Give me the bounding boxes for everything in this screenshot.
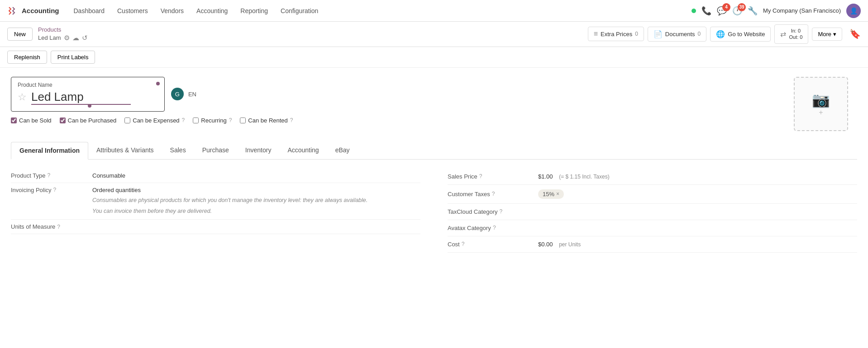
tab-accounting[interactable]: Accounting: [279, 142, 327, 159]
tab-sales[interactable]: Sales: [162, 142, 194, 159]
add-image-icon: +: [819, 108, 823, 117]
phone-icon-btn[interactable]: 📞: [701, 6, 711, 16]
can-be-expensed-help-icon[interactable]: ?: [182, 117, 185, 123]
out-label: Out: 0: [789, 34, 802, 40]
sales-price-amount[interactable]: $1.00: [538, 173, 553, 180]
recurring-input[interactable]: [193, 118, 199, 123]
documents-button[interactable]: 📄 Documents 0: [648, 27, 706, 42]
nav-reporting[interactable]: Reporting: [235, 5, 273, 17]
can-be-purchased-label: Can be Purchased: [68, 117, 117, 124]
tax-badge-value: 15%: [543, 191, 554, 198]
company-name: My Company (San Francisco): [763, 7, 841, 14]
main-content: Product Name ☆ G EN Can be Sold: [0, 68, 868, 348]
nav-configuration[interactable]: Configuration: [275, 5, 324, 17]
tax-remove-button[interactable]: ×: [556, 191, 559, 197]
action-bar: New Products Led Lam ⚙ ☁ ↺ ≡ Extra Price…: [0, 22, 868, 47]
chat-icon-btn[interactable]: 💬 4: [717, 6, 727, 16]
nav-accounting[interactable]: Accounting: [191, 5, 233, 17]
more-button[interactable]: More ▾: [812, 28, 842, 41]
avatax-help-icon[interactable]: ?: [493, 225, 496, 231]
tab-inventory[interactable]: Inventory: [237, 142, 280, 159]
chat-badge: 4: [722, 3, 730, 11]
breadcrumb-parent[interactable]: Products: [38, 26, 88, 33]
avatax-category-label: Avatax Category ?: [448, 225, 538, 231]
extra-prices-label: Extra Prices: [601, 31, 632, 38]
tax-badge: 15% ×: [538, 189, 564, 199]
nav-vendors[interactable]: Vendors: [155, 5, 189, 17]
right-form-section: Sales Price ? $1.00 (= $ 1.15 Incl. Taxe…: [448, 169, 857, 253]
top-nav: Accounting Dashboard Customers Vendors A…: [0, 0, 868, 22]
tab-ebay[interactable]: eBay: [327, 142, 358, 159]
can-be-expensed-input[interactable]: [124, 118, 130, 123]
can-be-sold-checkbox[interactable]: Can be Sold: [11, 117, 52, 124]
can-be-purchased-checkbox[interactable]: Can be Purchased: [60, 117, 117, 124]
favorite-star-icon[interactable]: ☆: [18, 91, 27, 103]
tab-attributes-variants[interactable]: Attributes & Variants: [88, 142, 162, 159]
can-be-sold-input[interactable]: [11, 118, 17, 123]
can-be-rented-help-icon[interactable]: ?: [290, 117, 293, 123]
settings-icon[interactable]: ⚙: [64, 34, 70, 42]
product-type-help-icon[interactable]: ?: [47, 172, 50, 179]
cost-help-icon[interactable]: ?: [462, 241, 465, 247]
nav-customers[interactable]: Customers: [112, 5, 153, 17]
cost-row: Cost ? $0.00 per Units: [448, 236, 857, 253]
product-type-row: Product Type ? Consumable: [11, 169, 420, 183]
clock-badge: 39: [738, 3, 746, 11]
product-name-inner: ☆: [18, 90, 158, 105]
can-be-expensed-checkbox[interactable]: Can be Expensed ?: [124, 117, 185, 124]
customer-taxes-help-icon[interactable]: ?: [492, 191, 495, 197]
unit-of-measure-help-icon[interactable]: ?: [57, 224, 60, 230]
left-form-section: Product Type ? Consumable Invoicing Poli…: [11, 169, 420, 253]
can-be-rented-input[interactable]: [240, 118, 246, 123]
customer-taxes-row: Customer Taxes ? 15% ×: [448, 185, 857, 204]
can-be-purchased-input[interactable]: [60, 118, 66, 123]
grammarly-button[interactable]: G: [171, 88, 184, 100]
new-button[interactable]: New: [7, 28, 33, 41]
recurring-checkbox[interactable]: Recurring ?: [193, 117, 232, 124]
tab-purchase[interactable]: Purchase: [194, 142, 237, 159]
cost-per-units: per Units: [559, 241, 581, 248]
product-name-left: Product Name ☆ G EN Can be Sold: [11, 77, 785, 133]
clock-icon-btn[interactable]: 🕐 39: [732, 6, 742, 16]
user-avatar[interactable]: 👤: [846, 4, 861, 18]
can-be-sold-label: Can be Sold: [19, 117, 52, 124]
can-be-rented-checkbox[interactable]: Can be Rented ?: [240, 117, 293, 124]
replenish-button[interactable]: Replenish: [7, 51, 47, 64]
cloud-icon[interactable]: ☁: [72, 34, 79, 42]
breadcrumb: Products Led Lam ⚙ ☁ ↺: [38, 26, 88, 42]
nav-dashboard[interactable]: Dashboard: [68, 5, 110, 17]
undo-icon[interactable]: ↺: [82, 34, 88, 42]
in-out-button[interactable]: ⇄ In: 0 Out: 0: [774, 24, 808, 44]
app-logo[interactable]: Accounting: [7, 5, 59, 16]
taxcloud-help-icon[interactable]: ?: [500, 208, 503, 215]
incl-taxes-text: (= $ 1.15 Incl. Taxes): [559, 174, 610, 180]
app-name: Accounting: [22, 7, 59, 14]
extra-prices-button[interactable]: ≡ Extra Prices 0: [588, 27, 644, 41]
recurring-help-icon[interactable]: ?: [229, 117, 232, 123]
go-to-website-button[interactable]: 🌐 Go to Website: [710, 27, 771, 42]
tab-general-information[interactable]: General Information: [11, 142, 88, 160]
sales-price-help-icon[interactable]: ?: [479, 173, 482, 179]
cost-amount[interactable]: $0.00: [538, 241, 553, 248]
invoicing-policy-row: Invoicing Policy ? Ordered quantities Co…: [11, 183, 420, 220]
print-labels-button[interactable]: Print Labels: [51, 51, 95, 64]
product-name-input[interactable]: [31, 90, 131, 105]
documents-count: 0: [698, 31, 701, 37]
go-to-website-label: Go to Website: [728, 31, 765, 38]
arrows-icon: ⇄: [780, 30, 786, 38]
bookmark-icon[interactable]: 🔖: [849, 28, 861, 39]
product-type-value[interactable]: Consumable: [92, 172, 420, 179]
toolbar: Replenish Print Labels: [0, 47, 868, 68]
purple-dot-bottom: [88, 104, 91, 108]
invoicing-policy-text[interactable]: Ordered quantities: [92, 187, 367, 193]
invoicing-policy-help-icon[interactable]: ?: [53, 187, 57, 193]
more-label: More: [818, 31, 831, 38]
breadcrumb-current: Led Lam: [38, 34, 61, 41]
invoicing-policy-label: Invoicing Policy ?: [11, 187, 92, 193]
form-grid: Product Type ? Consumable Invoicing Poli…: [11, 169, 857, 253]
wrench-icon-btn[interactable]: 🔧: [748, 6, 758, 16]
invoicing-desc1: Consumables are physical products for wh…: [92, 196, 367, 205]
product-image-box[interactable]: 📷 +: [794, 77, 848, 131]
logo-icon: [7, 5, 18, 16]
language-button[interactable]: EN: [188, 91, 196, 98]
